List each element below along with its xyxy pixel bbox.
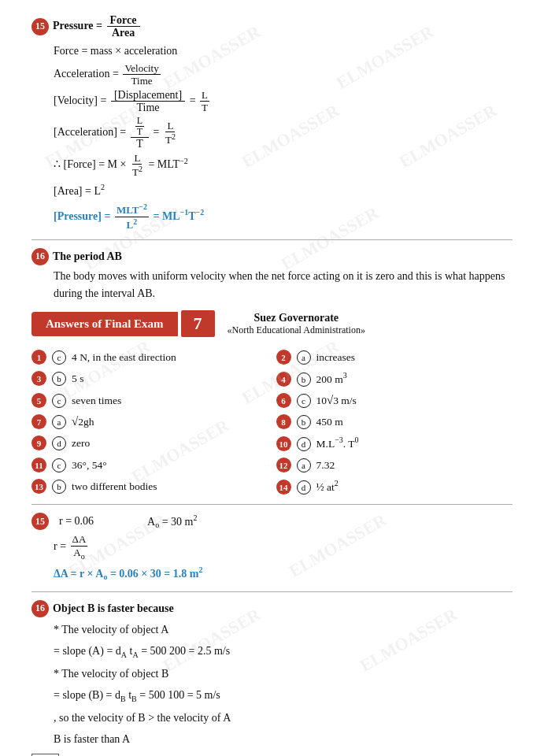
section-16-period: 16 The period AB The body moves with uni… (31, 248, 513, 303)
ans-num-9: 9 (31, 435, 46, 450)
period-title: The period AB (53, 250, 122, 263)
gov-sub: «North Educational Administration» (228, 324, 365, 336)
ans-text-12: 7.32 (316, 459, 335, 472)
ans-letter-10: d (297, 437, 311, 451)
answer-item-12: 12 a 7.32 (276, 456, 513, 474)
section-num-15-pressure: 15 (31, 18, 49, 35)
force-dim: ∴ [Force] = M × L T2 = MLT−2 (54, 152, 513, 180)
ans-text-7: √2gh (72, 415, 94, 428)
ans-num-7: 7 (31, 414, 46, 429)
ans-letter-14: d (297, 480, 311, 495)
ans-letter-3: b (52, 372, 66, 386)
sec16-line3: * The velocity of object B (54, 664, 513, 684)
answer-item-8: 8 b 450 m (276, 413, 513, 431)
ans-text-5: seven times (72, 395, 121, 407)
divider-3 (31, 591, 513, 592)
sec15-a0-val: Ao = 30 m2 (147, 513, 197, 529)
gov-box: Suez Governorate «North Educational Admi… (228, 312, 365, 336)
ans-text-10: M.L−3. T0 (316, 435, 359, 450)
section-num-16: 16 (31, 248, 49, 265)
ans-num-6: 6 (276, 393, 291, 408)
answers-label: Answers of Final Exam (31, 312, 178, 336)
ans-text-1: 4 N, in the east direction (72, 351, 176, 364)
sec15-r-val: r = 0.06 (59, 515, 94, 528)
answers-number: 7 (181, 310, 215, 337)
ans-num-2: 2 (276, 350, 291, 365)
acceleration-eq: Acceleration = Velocity Time (54, 62, 513, 87)
sec16-vel-a: = slope (A) = dA tA = 500 200 = 2.5 m/s (54, 641, 513, 662)
sec15-delta-a: ΔA = r × Ao = 0.06 × 30 = 1.8 m2 (54, 563, 513, 584)
ans-letter-6: c (297, 394, 311, 408)
answer-item-14: 14 d ½ at2 (276, 477, 513, 496)
answer-item-1: 1 c 4 N, in the east direction (31, 348, 268, 366)
ans-letter-2: a (297, 350, 311, 365)
answer-item-9: 9 d zero (31, 434, 268, 453)
sec16-line1: * The velocity of object A (54, 620, 513, 639)
pressure-dim: [Pressure] = MLT−2 L2 = ML−1T−2 (54, 202, 513, 232)
ans-letter-9: d (52, 436, 66, 450)
pressure-eq: Pressure = Force Area (53, 14, 142, 39)
divider-2 (31, 504, 513, 505)
ans-text-13: two different bodies (72, 480, 157, 493)
ans-letter-8: b (297, 415, 311, 429)
answer-item-10: 10 d M.L−3. T0 (276, 434, 513, 453)
force-eq: Force = mass × acceleration (54, 42, 513, 61)
section-15-answer: 15 r = 0.06 Ao = 30 m2 r = ΔA Ao ΔA = r … (31, 513, 513, 584)
sec16-title: Object B is faster because (53, 602, 174, 615)
ans-num-10: 10 (276, 436, 291, 451)
area-dim: [Area] = L2 (54, 180, 513, 200)
ans-text-8: 450 m (316, 416, 343, 428)
ans-text-14: ½ at2 (316, 479, 339, 494)
ans-letter-12: a (297, 458, 311, 472)
sec15-r-formula: r = ΔA Ao (54, 533, 513, 561)
answer-item-5: 5 c seven times (31, 391, 268, 410)
ans-num-4: 4 (276, 372, 291, 387)
ans-letter-1: c (52, 350, 66, 365)
ans-letter-11: c (52, 458, 66, 472)
ans-text-2: increases (316, 351, 355, 364)
divider-1 (31, 239, 513, 240)
ans-letter-13: b (52, 480, 66, 494)
ans-num-11: 11 (31, 458, 46, 472)
ans-num-13: 13 (31, 479, 46, 494)
answer-item-13: 13 b two different bodies (31, 477, 268, 496)
acceleration-dim: [Acceleration] = L T T = L T2 (54, 116, 513, 150)
ans-num-12: 12 (276, 458, 291, 472)
ans-letter-4: b (297, 372, 311, 387)
ans-text-4: 200 m3 (316, 371, 347, 386)
answer-item-6: 6 c 10√3 m/s (276, 391, 513, 410)
ans-text-9: zero (72, 437, 90, 450)
answers-grid: 1 c 4 N, in the east direction 2 a incre… (31, 348, 513, 496)
ans-text-3: 5 s (72, 372, 83, 385)
section-16-answer: 16 Object B is faster because * The velo… (31, 600, 513, 749)
section-num-15-ans: 15 (31, 513, 49, 530)
gov-title: Suez Governorate (228, 312, 365, 324)
ans-text-11: 36°, 54° (72, 459, 107, 472)
ans-letter-7: a (52, 415, 66, 429)
ans-num-5: 5 (31, 393, 46, 408)
ans-num-8: 8 (276, 414, 291, 429)
answer-item-7: 7 a √2gh (31, 413, 268, 431)
section-num-16-ans: 16 (31, 600, 49, 617)
answer-item-3: 3 b 5 s (31, 369, 268, 388)
ans-num-1: 1 (31, 350, 46, 365)
section-15-pressure: 15 Pressure = Force Area Force = mass × … (31, 14, 513, 232)
answer-item-11: 11 c 36°, 54° (31, 456, 268, 474)
ans-num-14: 14 (276, 480, 291, 495)
answer-item-4: 4 b 200 m3 (276, 369, 513, 388)
ans-letter-5: c (52, 394, 66, 408)
ans-num-3: 3 (31, 371, 46, 386)
ans-text-6: 10√3 m/s (316, 394, 357, 407)
sec16-conclusion1: , so the velocity of B > the velocity of… (54, 708, 513, 728)
period-body: The body moves with uniform velocity whe… (54, 268, 513, 303)
sec16-vel-b: = slope (B) = dB tB = 500 100 = 5 m/s (54, 685, 513, 706)
sec16-conclusion2: B is faster than A (54, 729, 513, 749)
answers-banner: Answers of Final Exam 7 Suez Governorate… (31, 310, 513, 337)
velocity-dim: [Velocity] = [Displacement] Time = L T (54, 89, 513, 114)
answer-item-2: 2 a increases (276, 348, 513, 366)
